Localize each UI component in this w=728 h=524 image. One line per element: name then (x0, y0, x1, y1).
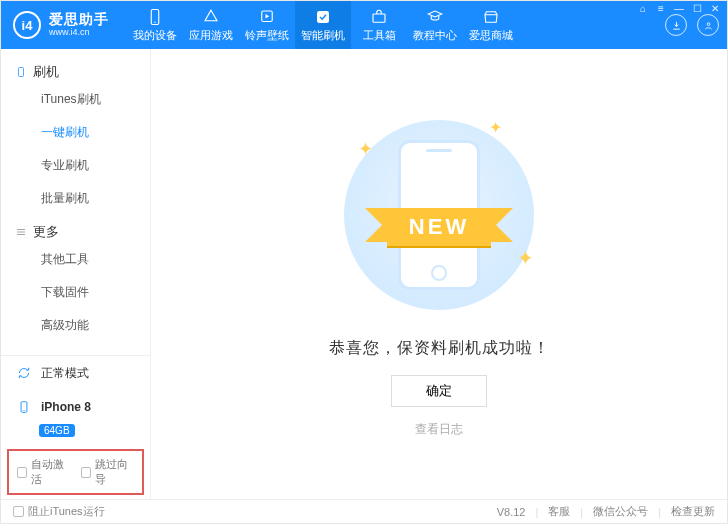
checkbox-icon (17, 467, 27, 478)
tab-my-device[interactable]: 我的设备 (127, 1, 183, 49)
support-link[interactable]: 客服 (548, 504, 570, 519)
ok-button[interactable]: 确定 (391, 375, 487, 407)
device-mode-row[interactable]: 正常模式 (1, 356, 150, 390)
brand-title: 爱思助手 (49, 12, 109, 27)
version-label: V8.12 (497, 506, 526, 518)
window-controls: ⌂ ≡ — ☐ ✕ (637, 3, 721, 14)
apps-icon (202, 8, 220, 26)
flash-options-row: 自动激活 跳过向导 (7, 449, 144, 495)
sidebar-item-other-tools[interactable]: 其他工具 (1, 243, 150, 276)
check-update-link[interactable]: 检查更新 (671, 504, 715, 519)
new-ribbon: NEW (387, 208, 491, 246)
svg-point-8 (23, 410, 24, 411)
block-itunes-checkbox[interactable]: 阻止iTunes运行 (13, 504, 105, 519)
checkbox-icon (81, 467, 91, 478)
sidebar-item-batch-flash[interactable]: 批量刷机 (1, 182, 150, 215)
brand-logo: i4 (13, 11, 41, 39)
svg-rect-3 (317, 11, 329, 23)
device-icon (146, 8, 164, 26)
refresh-icon (15, 364, 33, 382)
header-tabs: 我的设备 应用游戏 铃声壁纸 智能刷机 工具箱 教程中心 (127, 1, 519, 49)
tab-label: 爱思商城 (469, 28, 513, 43)
sidebar-group-more: 更多 (1, 215, 150, 243)
tab-apps-games[interactable]: 应用游戏 (183, 1, 239, 49)
brand: i4 爱思助手 www.i4.cn (13, 11, 109, 39)
checkbox-label: 跳过向导 (95, 457, 134, 487)
divider: | (580, 506, 583, 518)
app-window: ⌂ ≡ — ☐ ✕ i4 爱思助手 www.i4.cn 我的设备 应用游戏 (0, 0, 728, 524)
svg-rect-6 (19, 68, 24, 77)
store-icon (482, 8, 500, 26)
minimize-button[interactable]: — (673, 3, 685, 14)
sidebar-item-advanced[interactable]: 高级功能 (1, 309, 150, 342)
more-icon (15, 226, 27, 238)
checkbox-label: 自动激活 (31, 457, 70, 487)
user-button[interactable] (697, 14, 719, 36)
device-name: iPhone 8 (41, 400, 91, 414)
svg-point-1 (154, 21, 156, 23)
sidebar-item-oneclick-flash[interactable]: 一键刷机 (1, 116, 150, 149)
download-button[interactable] (665, 14, 687, 36)
svg-rect-4 (373, 14, 385, 22)
spark-icon: ✦ (517, 246, 534, 270)
maximize-button[interactable]: ☐ (691, 3, 703, 14)
checkbox-icon (13, 506, 24, 517)
titlebar-settings-icon[interactable]: ⌂ (637, 3, 649, 14)
close-button[interactable]: ✕ (709, 3, 721, 14)
skip-guide-checkbox[interactable]: 跳过向导 (81, 457, 135, 487)
tab-label: 智能刷机 (301, 28, 345, 43)
tutorial-icon (426, 8, 444, 26)
app-header: ⌂ ≡ — ☐ ✕ i4 爱思助手 www.i4.cn 我的设备 应用游戏 (1, 1, 727, 49)
svg-point-5 (707, 22, 710, 25)
footer-left: 阻止iTunes运行 (13, 504, 105, 519)
spark-icon: ✦ (358, 138, 373, 160)
brand-subtitle: www.i4.cn (49, 28, 109, 38)
tab-toolbox[interactable]: 工具箱 (351, 1, 407, 49)
brand-text: 爱思助手 www.i4.cn (49, 12, 109, 37)
status-bar: 阻止iTunes运行 V8.12 | 客服 | 微信公众号 | 检查更新 (1, 499, 727, 523)
app-body: 刷机 iTunes刷机 一键刷机 专业刷机 批量刷机 更多 其他工具 下载固件 … (1, 49, 727, 499)
divider: | (658, 506, 661, 518)
device-phone-icon (15, 398, 33, 416)
flash-icon (314, 8, 332, 26)
group-title: 更多 (33, 223, 59, 241)
tab-label: 我的设备 (133, 28, 177, 43)
sidebar-item-itunes-flash[interactable]: iTunes刷机 (1, 83, 150, 116)
tab-label: 应用游戏 (189, 28, 233, 43)
titlebar-menu-icon[interactable]: ≡ (655, 3, 667, 14)
tab-flash[interactable]: 智能刷机 (295, 1, 351, 49)
tab-label: 工具箱 (363, 28, 396, 43)
auto-activate-checkbox[interactable]: 自动激活 (17, 457, 71, 487)
checkbox-label: 阻止iTunes运行 (28, 504, 105, 519)
phone-icon (15, 66, 27, 78)
tab-ringtones[interactable]: 铃声壁纸 (239, 1, 295, 49)
sidebar-scroll: 刷机 iTunes刷机 一键刷机 专业刷机 批量刷机 更多 其他工具 下载固件 … (1, 49, 150, 355)
success-illustration: ✦ ✦ ✦ NEW (334, 110, 544, 320)
view-log-link[interactable]: 查看日志 (415, 421, 463, 438)
spark-icon: ✦ (489, 118, 502, 137)
ringtone-icon (258, 8, 276, 26)
tab-tutorials[interactable]: 教程中心 (407, 1, 463, 49)
header-right (665, 14, 719, 36)
success-message: 恭喜您，保资料刷机成功啦！ (329, 338, 550, 359)
sidebar-item-download-firmware[interactable]: 下载固件 (1, 276, 150, 309)
device-info-row[interactable]: iPhone 8 64GB (1, 390, 150, 445)
sidebar-item-pro-flash[interactable]: 专业刷机 (1, 149, 150, 182)
footer-right: V8.12 | 客服 | 微信公众号 | 检查更新 (497, 504, 715, 519)
sidebar-bottom: 正常模式 iPhone 8 64GB 自动激活 跳过向导 (1, 355, 150, 499)
divider: | (535, 506, 538, 518)
tab-store[interactable]: 爱思商城 (463, 1, 519, 49)
sidebar: 刷机 iTunes刷机 一键刷机 专业刷机 批量刷机 更多 其他工具 下载固件 … (1, 49, 151, 499)
group-title: 刷机 (33, 63, 59, 81)
sidebar-group-flash: 刷机 (1, 55, 150, 83)
tab-label: 铃声壁纸 (245, 28, 289, 43)
content-area: ✦ ✦ ✦ NEW 恭喜您，保资料刷机成功啦！ 确定 查看日志 (151, 49, 727, 499)
device-mode-label: 正常模式 (41, 365, 89, 382)
toolbox-icon (370, 8, 388, 26)
device-storage-badge: 64GB (39, 424, 75, 437)
wechat-link[interactable]: 微信公众号 (593, 504, 648, 519)
tab-label: 教程中心 (413, 28, 457, 43)
